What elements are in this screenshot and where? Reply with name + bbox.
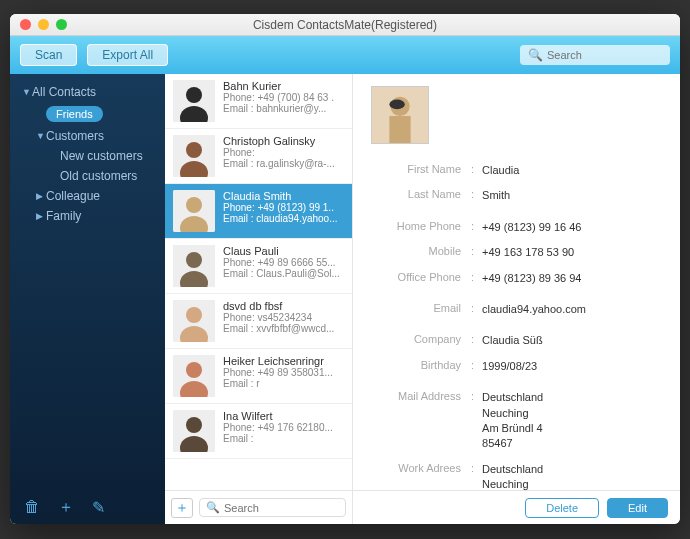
contact-name: Heiker Leichsenringr [223, 355, 344, 367]
contact-list-item[interactable]: Heiker LeichsenringrPhone: +49 89 358031… [165, 349, 352, 404]
detail-fields: First Name:Claudia Last Name:Smith Home … [371, 158, 662, 490]
contact-info: Claudia SmithPhone: +49 (8123) 99 1..Ema… [223, 190, 344, 232]
sidebar-label: All Contacts [32, 85, 96, 99]
toolbar: Scan Export All 🔍 [10, 36, 680, 74]
detail-avatar [371, 86, 429, 144]
sidebar: ▼All Contacts Friends ▼Customers New cus… [10, 74, 165, 524]
zoom-window-button[interactable] [56, 19, 67, 30]
contact-info: Christoph GalinskyPhone:Email : ra.galin… [223, 135, 344, 177]
avatar [173, 80, 215, 122]
sidebar-label: Old customers [60, 169, 137, 183]
svg-point-13 [186, 307, 202, 323]
field-birthday: Birthday:1999/08/23 [371, 354, 662, 379]
contact-name: dsvd db fbsf [223, 300, 344, 312]
contact-phone: Phone: +49 176 62180... [223, 422, 344, 433]
sidebar-label: Colleague [46, 189, 100, 203]
contact-email: Email : [223, 433, 344, 444]
field-first-name: First Name:Claudia [371, 158, 662, 183]
list-footer: ＋ 🔍 [165, 490, 352, 524]
sidebar-item-new-customers[interactable]: New customers [10, 146, 165, 166]
detail-footer: Delete Edit [353, 490, 680, 524]
search-icon: 🔍 [206, 501, 220, 514]
contact-list-item[interactable]: Ina WilfertPhone: +49 176 62180...Email … [165, 404, 352, 459]
list-search-input[interactable] [224, 502, 339, 514]
trash-icon[interactable]: 🗑 [24, 498, 40, 516]
export-all-button[interactable]: Export All [87, 44, 168, 66]
sidebar-label: New customers [60, 149, 143, 163]
titlebar: Cisdem ContactsMate(Registered) [10, 14, 680, 36]
field-email: Email:claudia94.yahoo.com [371, 297, 662, 322]
field-office-phone: Office Phone:+49 (8123) 89 36 94 [371, 266, 662, 291]
svg-point-4 [186, 142, 202, 158]
contact-name: Bahn Kurier [223, 80, 344, 92]
avatar [173, 410, 215, 452]
sidebar-item-family[interactable]: ▶Family [10, 206, 165, 226]
sidebar-label: Family [46, 209, 81, 223]
contact-list-item[interactable]: Claudia SmithPhone: +49 (8123) 99 1..Ema… [165, 184, 352, 239]
contact-name: Claudia Smith [223, 190, 344, 202]
contact-list-item[interactable]: Bahn KurierPhone: +49 (700) 84 63 .Email… [165, 74, 352, 129]
field-last-name: Last Name:Smith [371, 183, 662, 208]
sidebar-label: Customers [46, 129, 104, 143]
svg-point-1 [186, 87, 202, 103]
svg-rect-24 [389, 116, 410, 143]
window-title: Cisdem ContactsMate(Registered) [10, 18, 680, 32]
toolbar-search[interactable]: 🔍 [520, 45, 670, 65]
contact-email: Email : r [223, 378, 344, 389]
contact-email: Email : claudia94.yahoo... [223, 213, 344, 224]
field-home-phone: Home Phone:+49 (8123) 99 16 46 [371, 215, 662, 240]
contact-email: Email : xvvfbfbf@wwcd... [223, 323, 344, 334]
svg-point-19 [186, 417, 202, 433]
contact-detail: First Name:Claudia Last Name:Smith Home … [353, 74, 680, 524]
edit-button[interactable]: Edit [607, 498, 668, 518]
svg-point-23 [389, 100, 404, 110]
contact-list-items: Bahn KurierPhone: +49 (700) 84 63 .Email… [165, 74, 352, 490]
body: ▼All Contacts Friends ▼Customers New cus… [10, 74, 680, 524]
contact-email: Email : bahnkurier@y... [223, 103, 344, 114]
contact-phone: Phone: +49 (8123) 99 1.. [223, 202, 344, 213]
contact-email: Email : Claus.Pauli@Sol... [223, 268, 344, 279]
contact-info: Ina WilfertPhone: +49 176 62180...Email … [223, 410, 344, 452]
list-search[interactable]: 🔍 [199, 498, 346, 517]
contact-name: Claus Pauli [223, 245, 344, 257]
avatar [173, 135, 215, 177]
sidebar-item-old-customers[interactable]: Old customers [10, 166, 165, 186]
sidebar-footer: 🗑 ＋ ✎ [10, 490, 165, 524]
avatar [173, 190, 215, 232]
scan-button[interactable]: Scan [20, 44, 77, 66]
contact-list: Bahn KurierPhone: +49 (700) 84 63 .Email… [165, 74, 353, 524]
contact-info: Claus PauliPhone: +49 89 6666 55...Email… [223, 245, 344, 287]
sidebar-tree: ▼All Contacts Friends ▼Customers New cus… [10, 74, 165, 490]
contact-list-item[interactable]: Christoph GalinskyPhone:Email : ra.galin… [165, 129, 352, 184]
contact-name: Christoph Galinsky [223, 135, 344, 147]
svg-point-10 [186, 252, 202, 268]
edit-icon[interactable]: ✎ [92, 498, 105, 517]
window-controls [10, 19, 67, 30]
contact-phone: Phone: +49 89 6666 55... [223, 257, 344, 268]
sidebar-item-all-contacts[interactable]: ▼All Contacts [10, 82, 165, 102]
field-company: Company:Claudia Süß [371, 328, 662, 353]
contact-list-item[interactable]: dsvd db fbsfPhone: vs45234234Email : xvv… [165, 294, 352, 349]
contact-email: Email : ra.galinsky@ra-... [223, 158, 344, 169]
toolbar-search-input[interactable] [547, 49, 662, 61]
svg-point-7 [186, 197, 202, 213]
add-icon[interactable]: ＋ [58, 497, 74, 518]
contact-phone: Phone: [223, 147, 344, 158]
contact-list-item[interactable]: Claus PauliPhone: +49 89 6666 55...Email… [165, 239, 352, 294]
sidebar-item-friends[interactable]: Friends [46, 106, 103, 122]
contact-phone: Phone: +49 89 358031... [223, 367, 344, 378]
add-contact-button[interactable]: ＋ [171, 498, 193, 518]
field-mail-address: Mail Address:Deutschland Neuching Am Brü… [371, 385, 662, 457]
contact-name: Ina Wilfert [223, 410, 344, 422]
sidebar-item-colleague[interactable]: ▶Colleague [10, 186, 165, 206]
contact-info: dsvd db fbsfPhone: vs45234234Email : xvv… [223, 300, 344, 342]
contact-info: Heiker LeichsenringrPhone: +49 89 358031… [223, 355, 344, 397]
contact-info: Bahn KurierPhone: +49 (700) 84 63 .Email… [223, 80, 344, 122]
close-window-button[interactable] [20, 19, 31, 30]
minimize-window-button[interactable] [38, 19, 49, 30]
delete-button[interactable]: Delete [525, 498, 599, 518]
svg-point-16 [186, 362, 202, 378]
sidebar-item-customers[interactable]: ▼Customers [10, 126, 165, 146]
detail-content: First Name:Claudia Last Name:Smith Home … [353, 74, 680, 490]
avatar [173, 300, 215, 342]
